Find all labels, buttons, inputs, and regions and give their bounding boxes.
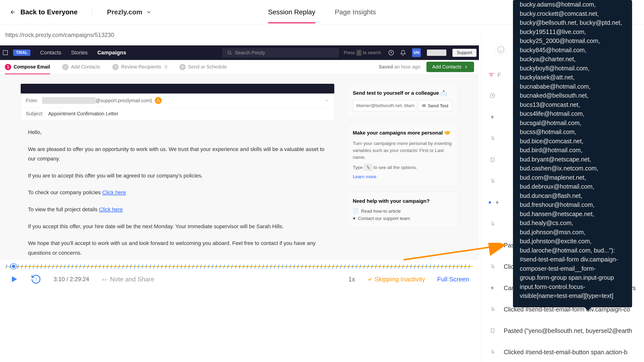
event-row[interactable]: Pasted ("yeno@bellsouth.net, buyersel2@e… [489, 320, 637, 341]
note-and-share[interactable]: Note and Share [102, 276, 154, 283]
clipboard-icon [489, 156, 496, 164]
heart-icon: ♥ [353, 216, 356, 221]
event-tooltip: bucky.adams@hotmail.com, bucky.crockett@… [513, 0, 632, 307]
quote-icon [102, 276, 107, 282]
envelope-icon: ✉ [422, 103, 426, 109]
check-icon [367, 277, 372, 282]
trial-badge: TRIAL [13, 49, 30, 56]
help-title: Need help with your campaign? [353, 198, 452, 204]
help-panel: Need help with your campaign? 📄Read how-… [346, 192, 458, 227]
tab-session-replay[interactable]: Session Replay [268, 1, 315, 23]
redacted-name [427, 49, 446, 56]
playhead[interactable] [11, 264, 16, 269]
back-label: Back to Everyone [20, 8, 78, 16]
play-button[interactable] [10, 275, 18, 284]
filter-icon [488, 72, 494, 78]
smile-icon [497, 46, 505, 54]
back-to-everyone[interactable]: Back to Everyone [10, 8, 78, 16]
url-display: https://rock.prezly.com/campaigns/513230 [5, 31, 114, 38]
subject-field[interactable]: Subject: Appointment Confirmation Letter [21, 108, 334, 120]
bolt-icon [494, 199, 501, 206]
warning-icon [155, 97, 162, 104]
bolt-icon [489, 284, 496, 292]
send-test-title: Send test to yourself or a colleague 📩 [353, 90, 452, 96]
clock-icon [489, 92, 496, 100]
nav-stories[interactable]: Stories [71, 49, 88, 56]
step-add-contacts[interactable]: 2Add Contacts [62, 64, 100, 70]
domain-selector[interactable]: Prezly.com [107, 8, 152, 16]
from-field[interactable]: From @support.prezlymail.com) [21, 94, 334, 108]
personalize-title: Make your campaigns more personal 🤝 [353, 130, 452, 136]
nav-contacts[interactable]: Contacts [40, 49, 61, 56]
rewind-button[interactable]: 7 [31, 274, 41, 285]
playback-speed[interactable]: 1x [348, 276, 355, 283]
test-email-input[interactable]: btamer@bellsouth.net, btam [353, 100, 416, 111]
pointer-icon [489, 135, 496, 142]
search-icon [227, 50, 232, 55]
learn-more-link[interactable]: Learn more [353, 174, 376, 179]
bell-icon[interactable] [400, 50, 406, 56]
step-compose-email[interactable]: 1Compose Email [5, 64, 50, 74]
filter-button[interactable]: F [488, 72, 501, 78]
svg-text:7: 7 [35, 278, 37, 281]
pointer-icon [489, 305, 496, 313]
clipboard-icon [489, 327, 496, 335]
event-row[interactable]: Clicked #send-test-email-button span.act… [489, 341, 637, 362]
doc-icon: 📄 [353, 208, 358, 214]
personalize-panel: Make your campaigns more personal 🤝 Turn… [346, 124, 458, 186]
reaction-button[interactable] [495, 44, 507, 56]
chevron-down-icon [146, 9, 152, 15]
time-display: 3:10 / 2:29:24 [54, 276, 89, 283]
nav-campaigns[interactable]: Campaigns [97, 49, 126, 56]
add-contacts-button[interactable]: Add Contacts [426, 62, 474, 72]
tab-page-insights[interactable]: Page Insights [335, 1, 376, 23]
saved-indicator: Saved an hour ago [379, 64, 420, 70]
chevron-down-icon [489, 241, 496, 249]
email-window-bar [21, 84, 334, 93]
search-input[interactable]: Search Prezly [222, 48, 339, 57]
redacted-from [42, 97, 96, 104]
send-test-panel: Send test to yourself or a colleague 📩 b… [346, 84, 458, 118]
step-send-schedule[interactable]: 4Send or Schedule [180, 64, 227, 70]
chevron-down-icon [325, 98, 329, 103]
pointer-icon [489, 177, 496, 185]
svg-point-2 [389, 50, 394, 55]
fullscreen-button[interactable]: Full Screen [437, 276, 470, 283]
pointer-icon [489, 263, 496, 270]
svg-point-5 [498, 47, 504, 53]
howto-link[interactable]: 📄Read how-to article [353, 208, 452, 214]
search-placeholder: Search Prezly [235, 50, 265, 56]
svg-rect-7 [491, 158, 494, 162]
policies-link[interactable]: Click here [102, 189, 126, 195]
support-link[interactable]: ♥Contact our support team [353, 216, 452, 221]
support-button[interactable]: Support [452, 49, 476, 57]
search-hint: Press / to search [344, 50, 381, 56]
domain-label: Prezly.com [107, 8, 142, 16]
skip-inactivity[interactable]: Skipping Inactivity [367, 276, 425, 283]
step-review-recipients[interactable]: 3Review Recipients0 [112, 64, 167, 70]
active-dot [489, 201, 491, 204]
user-avatar[interactable]: VH [412, 48, 421, 57]
timeline[interactable] [6, 262, 473, 271]
pointer-icon [489, 348, 496, 356]
pointer-icon [489, 220, 496, 228]
send-test-button[interactable]: ✉ Send Test [418, 100, 452, 111]
divider [92, 6, 92, 18]
arrow-left-icon [10, 9, 16, 15]
project-details-link[interactable]: Click here [99, 206, 123, 212]
app-logo-icon [2, 50, 8, 56]
chevron-right-icon [464, 65, 468, 69]
bolt-icon [489, 113, 496, 121]
svg-point-1 [228, 51, 231, 54]
help-icon[interactable] [388, 50, 394, 56]
svg-rect-8 [491, 329, 494, 333]
